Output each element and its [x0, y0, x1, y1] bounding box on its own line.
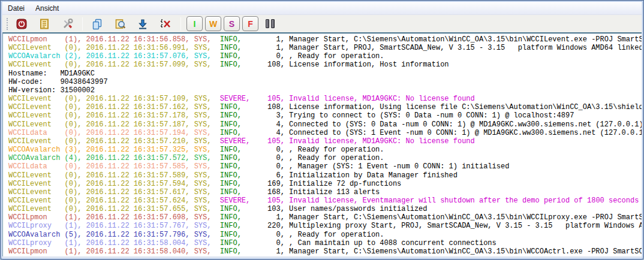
toolbar-separator [180, 17, 181, 31]
power-stop-icon [16, 18, 28, 30]
log-line: WCCILdata (0), 2016.11.22 16:31:57.194, … [8, 129, 642, 137]
pause-bar [271, 19, 275, 28]
toolbar-separator [82, 17, 83, 31]
log-line: WCCOAvalarch (2), 2016.11.22 16:31:57.07… [8, 52, 642, 61]
clear-log-button[interactable] [157, 16, 174, 31]
filter-fatal-toggle[interactable]: F [242, 16, 258, 31]
settings-tools-icon [61, 18, 73, 30]
filter-warning-toggle[interactable]: W [205, 16, 221, 31]
search-icon [114, 18, 126, 30]
log-line: WCCILevent (0), 2016.11.22 16:31:57.624,… [8, 196, 642, 205]
copy-icon [91, 18, 103, 30]
log-line: WCCILevent (0), 2016.11.22 16:31:57.210,… [8, 137, 642, 146]
settings-tools-button[interactable] [58, 16, 76, 31]
menu-datei[interactable]: Datei [2, 2, 30, 14]
log-line-plain: HW-version: 31500002 [8, 86, 642, 95]
log-line: WCCILevent (0), 2016.11.22 16:31:56.991,… [8, 44, 642, 52]
log-line: WCCILevent (0), 2016.11.22 16:31:57.099,… [8, 61, 642, 69]
log-viewer-window: Datei Ansicht [0, 0, 644, 260]
menu-ansicht[interactable]: Ansicht [30, 2, 64, 14]
save-down-icon [137, 18, 149, 30]
filter-severe-toggle[interactable]: S [224, 16, 240, 31]
log-line: WCCOAvalarch (4), 2016.11.22 16:31:57.57… [8, 154, 642, 162]
log-line-plain: Hostname: MD1A9GKC [8, 69, 642, 78]
log-line: WCCOAvalarch (3), 2016.11.22 16:31:57.32… [8, 146, 642, 154]
log-line-plain: HW-code: 90438643997 [8, 78, 642, 86]
pause-bar [266, 19, 269, 28]
menubar: Datei Ansicht [2, 2, 642, 15]
log-line: WCCILproxy (1), 2016.11.22 16:31:57.767,… [8, 222, 642, 230]
log-line: WCCOActrl (1), 2016.11.22 16:31:58.126, … [8, 256, 642, 256]
log-line: WCCILpmon (1), 2016.11.22 16:31:58.040, … [8, 247, 642, 256]
log-line: WCCILevent (0), 2016.11.22 16:31:57.617,… [8, 188, 642, 196]
log-line: WCCILpmon (1), 2016.11.22 16:31:57.698, … [8, 213, 642, 222]
toolbar-grip[interactable] [7, 18, 8, 30]
log-line: WCCILevent (0), 2016.11.22 16:31:57.594,… [8, 180, 642, 188]
search-button[interactable] [111, 16, 129, 31]
log-line: WCCILevent (0), 2016.11.22 16:31:57.178,… [8, 111, 642, 120]
copy-button[interactable] [88, 16, 106, 31]
log-line: WCCILevent (0), 2016.11.22 16:31:57.162,… [8, 103, 642, 111]
save-down-button[interactable] [134, 16, 152, 31]
log-file-button[interactable] [35, 16, 53, 31]
log-line: WCCOAvalarch (5), 2016.11.22 16:31:57.79… [8, 231, 642, 239]
filter-info-toggle[interactable]: I [186, 16, 203, 31]
log-line: WCCILevent (0), 2016.11.22 16:31:57.187,… [8, 120, 642, 129]
log-line: WCCILdata (0), 2016.11.22 16:31:57.585, … [8, 162, 642, 171]
log-line: WCCILevent (0), 2016.11.22 16:31:57.109,… [8, 95, 642, 103]
log-view[interactable]: WCCILpmon (1), 2016.11.22 16:31:56.858, … [2, 32, 642, 256]
toolbar: I W S F [2, 15, 642, 32]
clear-log-icon [159, 18, 172, 30]
power-stop-button[interactable] [13, 16, 31, 31]
log-line: WCCILevent (0), 2016.11.22 16:31:57.655,… [8, 205, 642, 213]
log-file-icon [38, 18, 50, 30]
log-line: WCCILevent (0), 2016.11.22 16:31:57.589,… [8, 171, 642, 180]
log-line: WCCILproxy (1), 2016.11.22 16:31:58.004,… [8, 239, 642, 247]
pause-columns-icon[interactable] [266, 19, 275, 28]
log-line: WCCILpmon (1), 2016.11.22 16:31:56.858, … [8, 35, 642, 44]
